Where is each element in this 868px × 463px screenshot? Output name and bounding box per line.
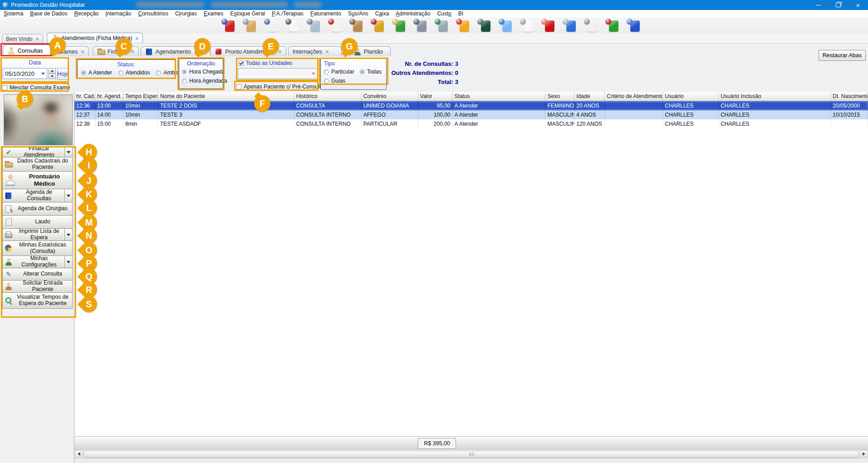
table-row[interactable]: 12:3714:0010minTESTE 3CONSULTA INTERNOAF… <box>74 110 868 119</box>
finance-down-icon[interactable] <box>392 19 406 32</box>
ambulance-icon[interactable] <box>328 19 342 32</box>
unit-combo-arrow-icon[interactable] <box>312 73 315 75</box>
menu-custo[interactable]: Custo <box>437 10 451 17</box>
column-header-hr-agend-[interactable]: hr. Agend. <box>95 92 123 101</box>
radio-icon[interactable] <box>360 69 365 74</box>
status-option-a-atender[interactable]: A Atender <box>81 69 112 76</box>
sidebar-button-visualizar-tempos-de-espera-do-paciente[interactable]: Visualizar Tempos de Espera do Paciente <box>2 292 73 309</box>
sub-tab-consultas[interactable]: Consultas <box>3 44 51 56</box>
power-off-icon[interactable] <box>541 19 555 32</box>
date-spinner[interactable] <box>49 68 56 79</box>
sub-tab-interna-es[interactable]: Internações× <box>288 46 342 56</box>
sidebar-button-agenda-de-cirurgias[interactable]: Agenda de Cirurgias <box>2 202 73 216</box>
sidebar-button-prontu-rio-m-dico[interactable]: Prontuário Médico <box>2 171 73 189</box>
status-option-ambos[interactable]: Ambos <box>156 69 180 76</box>
spinner-up-icon[interactable] <box>49 68 56 74</box>
menu-p-a-terapias[interactable]: P.A./Terapias <box>272 10 304 17</box>
table-row[interactable]: 12:3815:008minTESTE ASDADFCONSULTA INTER… <box>74 119 868 128</box>
menu-sus-ans[interactable]: Sus/Ans <box>348 10 368 17</box>
refresh-users-icon[interactable] <box>221 19 235 32</box>
billing-calculator-icon[interactable] <box>435 19 448 32</box>
all-units-checkbox-row[interactable]: Todas as Unidades <box>239 60 292 66</box>
sidebar-button-minhas-estat-sticas-consulta-[interactable]: Minhas Estatísticas (Consulta) <box>2 241 73 256</box>
column-header-nome-do-paciente[interactable]: Nome do Paciente <box>158 92 294 101</box>
sidebar-button-finalizar-atendimento[interactable]: ✔Finalizar Atendimento <box>2 147 73 158</box>
menu-estoque-geral[interactable]: Estoque Geral <box>230 10 265 17</box>
column-header-idade[interactable]: Idade <box>574 92 605 101</box>
sidebar-button-agenda-de-consultas[interactable]: Agenda de Consultas <box>2 189 73 202</box>
radio-icon[interactable] <box>324 69 329 74</box>
sub-tab-agendamento[interactable]: Agendamento× <box>141 46 202 56</box>
tab-close-icon[interactable]: × <box>35 36 39 42</box>
radio-icon[interactable] <box>81 70 86 75</box>
date-dropdown-icon[interactable] <box>41 73 45 75</box>
stock-boxes-icon[interactable] <box>349 19 363 32</box>
menu-base-de-dados[interactable]: Base de Dados <box>30 10 67 17</box>
finance-up-icon[interactable] <box>371 19 384 32</box>
all-units-checkbox[interactable] <box>239 61 244 66</box>
tab-close-icon[interactable]: × <box>194 49 198 54</box>
patient-records-icon[interactable] <box>243 19 256 32</box>
sidebar-button-dados-cadastrais-do-paciente[interactable]: Dados Cadastrais do Paciente <box>2 157 73 172</box>
sub-tab-exames[interactable]: Exames× <box>53 46 89 56</box>
column-header-tempo-espera[interactable]: Tempo Espera <box>123 92 158 101</box>
menu-consult-rios[interactable]: Consultórios <box>138 10 168 17</box>
order-option-hora-chegada[interactable]: Hora Chegada <box>182 69 223 75</box>
radio-icon[interactable] <box>182 79 187 84</box>
radio-icon[interactable] <box>118 70 123 75</box>
sidebar-button-alterar-consulta[interactable]: ✎Alterar Consulta <box>2 268 73 281</box>
date-input[interactable]: 05/10/2020 <box>3 68 47 79</box>
radio-icon[interactable] <box>324 79 329 84</box>
tab-close-icon[interactable]: × <box>81 49 84 54</box>
tab-close-icon[interactable]: × <box>131 49 134 54</box>
main-tab-atendimentos-ficha-m-dica-[interactable]: Atendimentos (Ficha Médica)× <box>47 33 143 43</box>
column-header-hist-rico[interactable]: Histórico <box>294 92 362 101</box>
tab-close-icon[interactable]: × <box>278 49 282 54</box>
column-header-crit-rio-de-atendimento[interactable]: Critério de Atendimento <box>605 92 663 101</box>
column-header-valor[interactable]: Valor <box>418 92 453 101</box>
spinner-down-icon[interactable] <box>49 74 56 79</box>
preconsult-checkbox[interactable] <box>236 84 241 89</box>
scrollbar-thumb[interactable] <box>83 451 859 458</box>
column-header-sexo[interactable]: Sexo <box>545 92 574 101</box>
type-option-particular[interactable]: Particular <box>324 69 354 75</box>
doctor-icon[interactable] <box>264 19 278 32</box>
sidebar-button-imprimir-lista-de-espera[interactable]: Imprimir Lista de Espera <box>2 228 73 241</box>
column-header-status[interactable]: Status <box>453 92 546 101</box>
sub-tab-pronto-atendimento[interactable]: Pronto Atendimento× <box>210 46 286 56</box>
e-billing-icon[interactable] <box>563 19 576 32</box>
menu-bi[interactable]: BI <box>458 10 463 17</box>
main-tab-bem-vindo[interactable]: Bem Vindo× <box>2 34 43 43</box>
type-option-guias[interactable]: Guias <box>324 78 345 84</box>
radio-icon[interactable] <box>182 69 187 74</box>
column-header-conv-nio[interactable]: Convênio <box>362 92 418 101</box>
contract-icon[interactable] <box>584 19 598 32</box>
dropdown-arrow-icon[interactable] <box>64 147 72 157</box>
scroll-right-icon[interactable] <box>860 450 868 458</box>
column-header-dt-nascimento[interactable]: Dt. Nascimento <box>831 92 868 101</box>
menu-recep-o[interactable]: Recepção <box>74 10 98 17</box>
minimize-button[interactable] <box>808 0 828 10</box>
sub-tab-fich-rio[interactable]: Fichário× <box>93 46 139 56</box>
invoice-icon[interactable] <box>520 19 534 32</box>
tab-close-icon[interactable]: × <box>325 49 329 54</box>
today-button[interactable]: Hoje <box>57 68 69 80</box>
tab-close-icon[interactable]: × <box>135 35 139 41</box>
hospital-bed-icon[interactable] <box>307 19 320 32</box>
radio-icon[interactable] <box>156 70 161 75</box>
menu-sistema[interactable]: Sistema <box>4 10 23 17</box>
dropdown-arrow-icon[interactable] <box>64 189 72 202</box>
sidebar-button-solicitar-entrada-paciente[interactable]: Solicitar Entrada Paciente <box>2 280 73 293</box>
restore-button[interactable] <box>828 0 848 10</box>
menu-cirurgias[interactable]: Cirurgias <box>175 10 197 17</box>
sub-tab-plant-o[interactable]: Plantão <box>349 46 391 56</box>
menu-exames[interactable]: Exames <box>204 10 223 17</box>
unit-combobox[interactable] <box>238 68 318 79</box>
menu-caixa[interactable]: Caixa <box>375 10 389 17</box>
column-header-usu-rio-inclus-o[interactable]: Usuário Inclusão <box>719 92 831 101</box>
restore-tabs-button[interactable]: Restaurar Abas <box>819 50 866 61</box>
status-option-atendidos[interactable]: Atendidos <box>118 69 150 76</box>
table-row[interactable]: 12:3613:0010minTESTE 2 DOISCONSULTAUNIME… <box>74 101 868 110</box>
patient-directory-icon[interactable] <box>627 19 640 32</box>
horizontal-scrollbar[interactable] <box>74 449 868 458</box>
